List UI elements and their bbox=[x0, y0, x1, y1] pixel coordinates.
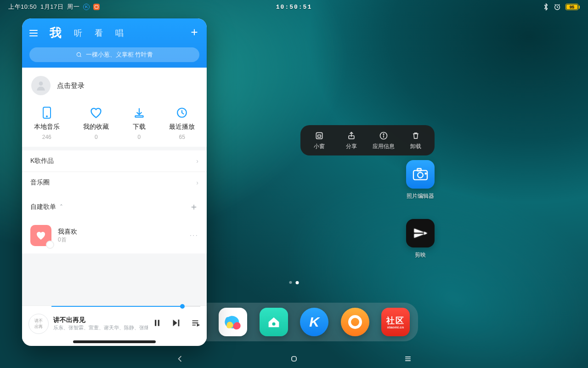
dock-gallery[interactable] bbox=[219, 308, 247, 336]
app-status-icon bbox=[93, 4, 100, 10]
status-time: 上午10:50 bbox=[8, 3, 37, 11]
share-icon bbox=[347, 131, 356, 141]
tab-me[interactable]: 我 bbox=[50, 25, 62, 41]
kugou-freeform-window[interactable]: 我 听 看 唱 一棵小葱、义掌柜 竹叶青 点击登录 本地音乐 246 bbox=[22, 18, 207, 346]
svg-point-5 bbox=[383, 133, 384, 134]
nav-back[interactable] bbox=[174, 352, 187, 365]
nav-recent[interactable] bbox=[401, 352, 414, 365]
photo-editor-icon bbox=[411, 165, 430, 184]
gallery-icon bbox=[224, 313, 242, 331]
status-bar: 上午10:50 1月17日 周一 K 10:50:51 95 bbox=[0, 0, 588, 14]
more-icon[interactable]: ··· bbox=[190, 231, 198, 240]
nav-home[interactable] bbox=[288, 352, 300, 365]
svg-rect-18 bbox=[158, 320, 159, 326]
quick-shortcuts: 本地音乐 246 我的收藏 0 下载 0 最近播放 65 bbox=[22, 104, 207, 147]
shortcut-local-label: 本地音乐 bbox=[34, 123, 60, 131]
capcut-icon bbox=[411, 224, 430, 242]
row-music-circle-label: 音乐圈 bbox=[30, 178, 50, 187]
tab-sing[interactable]: 唱 bbox=[115, 28, 124, 39]
status-date: 1月17日 bbox=[40, 3, 63, 11]
chevron-right-icon: › bbox=[196, 157, 198, 165]
login-row[interactable]: 点击登录 bbox=[22, 68, 207, 104]
pause-icon[interactable] bbox=[153, 318, 162, 330]
shortcut-download-count: 0 bbox=[137, 134, 141, 140]
add-icon[interactable] bbox=[189, 27, 199, 39]
shortcut-favorite-count: 0 bbox=[95, 134, 98, 140]
trash-icon bbox=[411, 131, 420, 141]
svg-rect-15 bbox=[135, 116, 143, 117]
shortcut-recent[interactable]: 最近播放 65 bbox=[169, 106, 195, 140]
community-sublabel: xiaomi.cn bbox=[387, 325, 404, 329]
row-karaoke[interactable]: K歌作品 › bbox=[22, 150, 207, 172]
tab-listen[interactable]: 听 bbox=[74, 28, 83, 39]
svg-rect-8 bbox=[417, 169, 421, 171]
queue-icon[interactable] bbox=[190, 318, 200, 330]
add-playlist-icon[interactable]: ＋ bbox=[189, 201, 198, 213]
shortcut-favorite[interactable]: 我的收藏 0 bbox=[83, 106, 109, 140]
popup-small-window[interactable]: 小窗 bbox=[303, 131, 335, 150]
dock-kugou[interactable]: K bbox=[300, 308, 328, 336]
popup-uninstall[interactable]: 卸载 bbox=[400, 131, 432, 150]
search-bar[interactable]: 一棵小葱、义掌柜 竹叶青 bbox=[29, 47, 199, 62]
alarm-icon bbox=[554, 3, 561, 11]
album-art[interactable]: 讲不出再 bbox=[28, 314, 49, 334]
avatar bbox=[31, 76, 51, 95]
playlist-like-title: 我喜欢 bbox=[58, 228, 77, 236]
shortcut-local[interactable]: 本地音乐 246 bbox=[34, 106, 60, 140]
shortcut-download[interactable]: 下载 0 bbox=[133, 106, 146, 140]
song-title: 讲不出再见 bbox=[53, 316, 148, 324]
popup-share[interactable]: 分享 bbox=[335, 131, 368, 150]
shortcut-local-count: 246 bbox=[42, 134, 51, 140]
dock: K 社区 xiaomi.cn bbox=[170, 303, 418, 341]
row-music-circle[interactable]: 音乐圈 › bbox=[22, 172, 207, 193]
svg-point-9 bbox=[272, 322, 275, 326]
list-rows: K歌作品 › 音乐圈 › bbox=[22, 150, 207, 193]
mihome-icon bbox=[266, 314, 282, 330]
next-icon[interactable] bbox=[171, 318, 181, 330]
app-photo-editor-label: 照片编辑器 bbox=[407, 192, 434, 200]
playlist-like[interactable]: 我喜欢 0首 ··· bbox=[22, 220, 207, 253]
kugou-body: 点击登录 本地音乐 246 我的收藏 0 下载 0 最近播放 65 bbox=[22, 68, 207, 305]
shortcut-recent-count: 65 bbox=[179, 134, 185, 140]
shortcut-favorite-label: 我的收藏 bbox=[83, 123, 109, 131]
popup-uninstall-label: 卸载 bbox=[410, 143, 421, 150]
app-capcut[interactable]: 剪映 bbox=[406, 219, 435, 259]
tab-watch[interactable]: 看 bbox=[95, 28, 103, 39]
song-artists: 乐东、张智霖、宣萱、谢天华、陈静、张继聪、夏 bbox=[53, 324, 148, 331]
chevron-up-icon: ˄ bbox=[60, 203, 63, 211]
center-clock: 10:50:51 bbox=[276, 4, 312, 11]
freeform-handle[interactable] bbox=[73, 340, 156, 343]
kugou-status-icon: K bbox=[83, 4, 90, 10]
phone-icon bbox=[41, 106, 52, 119]
bluetooth-icon bbox=[543, 3, 549, 11]
svg-rect-1 bbox=[316, 132, 322, 138]
battery-indicator: 95 bbox=[565, 4, 580, 10]
mini-player[interactable]: 讲不出再 讲不出再见 乐东、张智霖、宣萱、谢天华、陈静、张继聪、夏 bbox=[22, 305, 207, 340]
svg-rect-2 bbox=[318, 135, 321, 137]
dock-mi-community[interactable]: 社区 xiaomi.cn bbox=[381, 308, 410, 336]
section-own-playlists[interactable]: 自建歌单 ˄ ＋ bbox=[22, 193, 207, 220]
shortcut-recent-label: 最近播放 bbox=[169, 123, 195, 131]
small-window-icon bbox=[315, 131, 324, 141]
popup-small-window-label: 小窗 bbox=[314, 143, 325, 150]
playlist-like-sub: 0首 bbox=[58, 236, 77, 244]
svg-rect-17 bbox=[155, 320, 156, 326]
info-icon bbox=[379, 131, 388, 141]
progress-bar[interactable] bbox=[51, 306, 200, 307]
menu-icon[interactable] bbox=[29, 30, 38, 36]
app-longpress-menu: 小窗 分享 应用信息 卸载 bbox=[300, 125, 435, 155]
popup-app-info-label: 应用信息 bbox=[373, 143, 395, 150]
app-photo-editor[interactable]: 照片编辑器 bbox=[406, 160, 435, 200]
search-placeholder: 一棵小葱、义掌柜 竹叶青 bbox=[86, 51, 153, 59]
popup-app-info[interactable]: 应用信息 bbox=[368, 131, 400, 150]
svg-point-11 bbox=[77, 52, 80, 56]
svg-rect-10 bbox=[292, 356, 296, 361]
dock-mihome[interactable] bbox=[260, 308, 288, 336]
section-own-playlists-label: 自建歌单 bbox=[30, 203, 56, 211]
dock-circle-app[interactable] bbox=[341, 308, 369, 336]
app-capcut-label: 剪映 bbox=[415, 251, 426, 259]
kugou-icon: K bbox=[309, 314, 319, 330]
login-text: 点击登录 bbox=[57, 81, 85, 90]
row-karaoke-label: K歌作品 bbox=[30, 157, 54, 165]
kugou-header: 我 听 看 唱 一棵小葱、义掌柜 竹叶青 bbox=[22, 18, 207, 68]
